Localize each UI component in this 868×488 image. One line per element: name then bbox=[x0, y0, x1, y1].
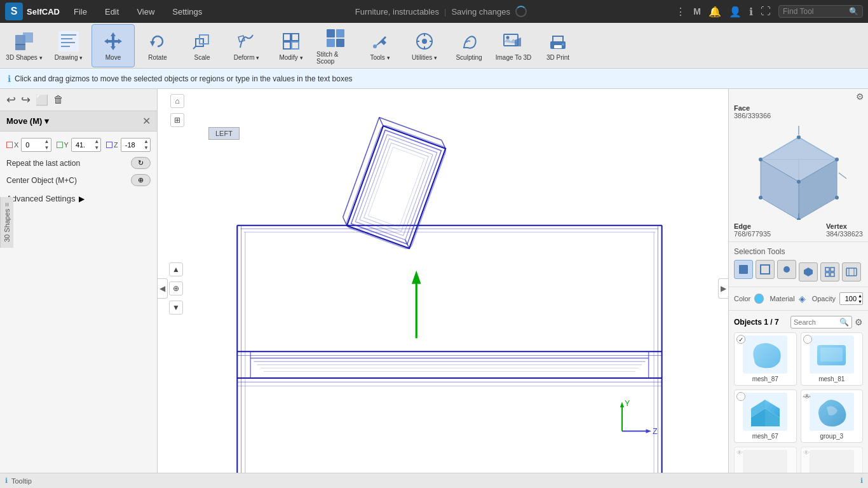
right-panel: ⚙ Face 386/339366 bbox=[728, 89, 868, 488]
redo-btn[interactable]: ↪ bbox=[21, 93, 31, 107]
right-panel-gear-btn[interactable]: ⚙ bbox=[856, 92, 864, 102]
3d-scene[interactable]: Y Z bbox=[158, 89, 728, 488]
edge-count: 768/677935 bbox=[734, 230, 771, 238]
move-icon bbox=[102, 30, 125, 53]
material-icon[interactable]: ◈ bbox=[799, 294, 806, 304]
obj-check-mesh87[interactable]: ✓ bbox=[736, 335, 745, 344]
fullscreen-icon[interactable]: ⛶ bbox=[761, 6, 771, 17]
repeat-icon: ↻ bbox=[138, 159, 144, 167]
opacity-spinner[interactable]: ▲ ▼ bbox=[858, 293, 862, 304]
z-spinner[interactable]: ▲▼ bbox=[144, 139, 149, 151]
menu-right-actions: ⋮ M 🔔 👤 ℹ ⛶ 🔍 bbox=[675, 5, 863, 18]
obj-card-mesh81[interactable]: mesh_81 bbox=[801, 332, 864, 386]
view-cube-svg[interactable] bbox=[742, 125, 856, 220]
bottom-bar: ℹ Tooltip ℹ bbox=[0, 473, 868, 488]
opacity-label: Opacity bbox=[812, 295, 836, 302]
obj-card-mesh87[interactable]: ✓ mesh_87 bbox=[734, 332, 797, 386]
tool-3d-print[interactable]: 3D Print bbox=[536, 24, 580, 67]
home-btn[interactable]: ⌂ bbox=[170, 94, 184, 108]
grid-btn[interactable]: ⊞ bbox=[170, 113, 184, 127]
objects-gear-btn[interactable]: ⚙ bbox=[855, 317, 863, 327]
view-cube-container[interactable] bbox=[729, 122, 868, 222]
user-icon[interactable]: 👤 bbox=[729, 6, 742, 18]
move-label: Move bbox=[105, 54, 121, 61]
svg-point-100 bbox=[783, 266, 790, 273]
tool-scale[interactable]: Scale bbox=[180, 24, 224, 67]
face-count: 386/339366 bbox=[734, 112, 771, 119]
tool-stitch-scoop[interactable]: Stitch & Scoop bbox=[314, 24, 357, 67]
tool-sculpting[interactable]: Sculpting bbox=[447, 24, 491, 67]
tool-3d-shapes[interactable]: 3D Shapes ▾ bbox=[3, 24, 46, 67]
vertex-section: Vertex 384/338623 bbox=[826, 222, 863, 238]
x-spinner[interactable]: ▲▼ bbox=[44, 139, 50, 151]
nav-up-btn[interactable]: ▲ bbox=[169, 262, 183, 276]
advanced-settings[interactable]: Advanced Settings ▶ bbox=[6, 191, 151, 206]
collapse-left-btn[interactable]: ◀ bbox=[158, 278, 168, 299]
edit-menu[interactable]: Edit bbox=[101, 4, 123, 19]
panel-close-btn[interactable]: ✕ bbox=[142, 115, 151, 127]
panel-dropdown-arrow[interactable]: ▾ bbox=[44, 116, 49, 126]
find-tool-box[interactable]: 🔍 bbox=[778, 5, 863, 18]
nav-compass-btn[interactable]: ⊕ bbox=[169, 281, 183, 295]
sel-tool-object[interactable] bbox=[799, 262, 818, 281]
svg-point-91 bbox=[797, 135, 801, 139]
file-menu[interactable]: File bbox=[70, 4, 91, 19]
y-input[interactable]: 41. ▲▼ bbox=[71, 138, 101, 152]
center-btn[interactable]: ⊕ bbox=[131, 174, 151, 186]
sel-tool-vertex[interactable] bbox=[777, 260, 796, 279]
sel-tool-face[interactable] bbox=[734, 260, 753, 279]
settings-menu[interactable]: Settings bbox=[168, 4, 206, 19]
svg-point-94 bbox=[797, 180, 801, 184]
y-spinner[interactable]: ▲▼ bbox=[94, 139, 99, 151]
delete-btn[interactable]: 🗑 bbox=[53, 94, 64, 105]
svg-rect-102 bbox=[825, 268, 829, 271]
center-label: Center Object (M+C) bbox=[6, 176, 77, 185]
center-action-row: Center Object (M+C) ⊕ bbox=[6, 174, 151, 186]
app-logo[interactable]: S SelfCAD bbox=[5, 3, 60, 20]
tool-tools[interactable]: Tools ▾ bbox=[358, 24, 402, 67]
obj-thumb-group3 bbox=[810, 393, 854, 431]
nav-down-btn[interactable]: ▼ bbox=[169, 301, 183, 315]
sel-tool-group[interactable] bbox=[842, 262, 861, 281]
svg-rect-106 bbox=[846, 268, 857, 276]
view-menu[interactable]: View bbox=[133, 4, 158, 19]
obj-check-mesh67[interactable] bbox=[736, 392, 745, 401]
obj-card-mesh67[interactable]: mesh_67 bbox=[734, 390, 797, 443]
collapse-right-btn[interactable]: ▶ bbox=[718, 278, 728, 299]
sel-tool-mesh[interactable] bbox=[820, 262, 839, 281]
tool-rotate[interactable]: Rotate bbox=[136, 24, 179, 67]
obj-eye-group3[interactable]: 👁 bbox=[803, 392, 811, 401]
share-icon[interactable]: ⋮ bbox=[675, 6, 686, 18]
sel-tool-edge[interactable] bbox=[756, 260, 775, 279]
obj-card-group3[interactable]: 👁 group_3 bbox=[801, 390, 864, 443]
find-tool-input[interactable] bbox=[783, 7, 846, 16]
viewport[interactable]: ⌂ ⊞ LEFT ▲ ⊕ ▼ ▶ bbox=[158, 89, 728, 488]
svg-rect-23 bbox=[327, 29, 335, 37]
tool-utilities[interactable]: Utilities ▾ bbox=[403, 24, 446, 67]
obj-thumb-mesh81 bbox=[810, 336, 854, 374]
x-input[interactable]: 0 ▲▼ bbox=[21, 138, 51, 152]
tool-move[interactable]: Move bbox=[92, 24, 135, 67]
repeat-btn[interactable]: ↻ bbox=[131, 157, 151, 169]
image-to-3d-icon bbox=[502, 30, 525, 53]
undo-btn[interactable]: ↩ bbox=[6, 93, 16, 107]
obj-check-mesh81[interactable] bbox=[803, 335, 812, 344]
tool-drawing[interactable]: Drawing ▾ bbox=[47, 24, 90, 67]
svg-text:Z: Z bbox=[653, 427, 658, 436]
color-picker[interactable] bbox=[754, 294, 763, 304]
tool-image-to-3d[interactable]: Image To 3D bbox=[492, 24, 535, 67]
copy-btn[interactable]: ⬜ bbox=[36, 94, 48, 106]
svg-rect-104 bbox=[825, 273, 829, 276]
objects-count: Objects 1 / 7 bbox=[734, 318, 779, 327]
search-input[interactable] bbox=[794, 318, 838, 326]
vertex-count: 384/338623 bbox=[826, 230, 863, 238]
tool-deform[interactable]: Deform ▾ bbox=[225, 24, 268, 67]
m-icon[interactable]: M bbox=[693, 6, 701, 17]
search-box[interactable]: 🔍 bbox=[790, 316, 852, 329]
bell-icon[interactable]: 🔔 bbox=[709, 6, 721, 18]
info-icon[interactable]: ℹ bbox=[749, 6, 753, 18]
opacity-input-wrap[interactable]: 100 ▲ ▼ bbox=[839, 292, 863, 305]
svg-marker-8 bbox=[111, 32, 116, 36]
z-input[interactable]: -18 ▲▼ bbox=[121, 138, 151, 152]
tool-modify[interactable]: Modify ▾ bbox=[269, 24, 313, 67]
